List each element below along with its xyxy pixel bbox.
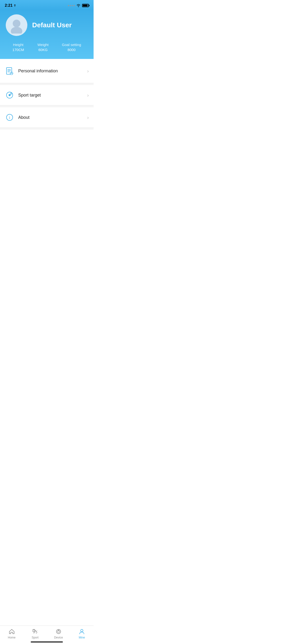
status-time: 2:21 — [5, 3, 16, 8]
chevron-right-icon-sport: › — [87, 92, 89, 98]
stat-goal: Goal setting 8000 — [62, 43, 81, 52]
stat-weight: Weight 60KG — [37, 43, 49, 52]
separator-3 — [0, 128, 94, 130]
about-icon: i — [5, 112, 14, 122]
svg-point-2 — [11, 27, 22, 34]
svg-point-1 — [13, 20, 20, 27]
menu-item-personal-info[interactable]: Personal information › — [0, 59, 94, 83]
avatar-image — [8, 17, 25, 34]
personal-info-icon — [5, 66, 14, 76]
location-icon — [14, 4, 16, 7]
separator-2 — [0, 106, 94, 107]
separator-1 — [0, 83, 94, 85]
profile-top: Default User — [6, 14, 88, 36]
svg-point-10 — [9, 94, 11, 96]
menu-item-sport-target[interactable]: Sport target › — [0, 85, 94, 106]
svg-text:i: i — [9, 116, 10, 120]
wifi-icon — [76, 4, 81, 7]
avatar — [6, 14, 27, 36]
battery-icon — [82, 4, 89, 7]
stat-height: Height 170CM — [13, 43, 24, 52]
personal-info-label: Personal information — [18, 68, 58, 74]
profile-header: Default User Height 170CM Weight 60KG Go… — [0, 10, 94, 59]
menu-item-about[interactable]: i About › — [0, 107, 94, 128]
status-icons — [68, 4, 89, 7]
sport-target-icon — [5, 90, 14, 100]
status-bar: 2:21 — [0, 0, 94, 10]
chevron-right-icon-about: › — [87, 115, 89, 120]
signal-icon — [68, 5, 75, 6]
stats-row: Height 170CM Weight 60KG Goal setting 80… — [6, 43, 88, 52]
chevron-right-icon-personal: › — [87, 68, 89, 74]
about-label: About — [18, 115, 30, 120]
sport-target-label: Sport target — [18, 93, 41, 98]
menu-list: Personal information › Sport target › — [0, 59, 94, 130]
username: Default User — [32, 21, 72, 29]
